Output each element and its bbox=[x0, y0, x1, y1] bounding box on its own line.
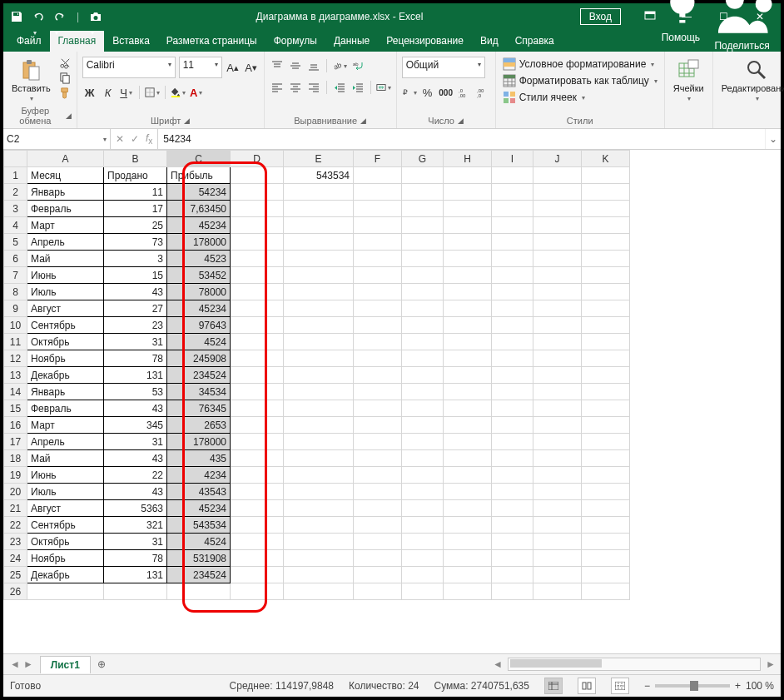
cell[interactable] bbox=[492, 317, 533, 334]
cell[interactable] bbox=[402, 317, 444, 334]
cell[interactable] bbox=[444, 417, 492, 434]
cell[interactable] bbox=[354, 234, 402, 251]
share-button[interactable]: Поделиться bbox=[714, 0, 772, 52]
cell[interactable] bbox=[444, 184, 492, 201]
cell[interactable]: Февраль bbox=[27, 201, 104, 217]
row-header[interactable]: 17 bbox=[4, 434, 27, 450]
copy-button[interactable] bbox=[59, 72, 72, 84]
row-header[interactable]: 6 bbox=[4, 251, 27, 267]
save-icon[interactable] bbox=[10, 10, 23, 23]
decrease-decimal-icon[interactable]: ,00,0 bbox=[475, 85, 490, 100]
cell[interactable] bbox=[582, 417, 630, 434]
align-center-icon[interactable] bbox=[288, 80, 303, 95]
cell[interactable]: 4524 bbox=[167, 534, 231, 550]
cell[interactable]: 15 bbox=[104, 267, 167, 284]
cell[interactable] bbox=[582, 500, 630, 517]
editing-button[interactable]: Редактирование▾ bbox=[718, 57, 784, 104]
cell[interactable]: 7,63450 bbox=[167, 201, 231, 217]
cell[interactable] bbox=[444, 583, 492, 600]
row-header[interactable]: 21 bbox=[4, 500, 27, 517]
cell[interactable] bbox=[354, 583, 402, 600]
align-top-icon[interactable] bbox=[270, 58, 285, 73]
cell[interactable]: 531908 bbox=[167, 550, 231, 567]
cell[interactable] bbox=[582, 517, 630, 534]
cell[interactable] bbox=[582, 467, 630, 484]
cell[interactable] bbox=[231, 583, 284, 600]
cell[interactable] bbox=[444, 317, 492, 334]
cell[interactable] bbox=[492, 284, 533, 300]
cell[interactable]: 178000 bbox=[167, 234, 231, 251]
cell-styles-button[interactable]: Стили ячеек▾ bbox=[501, 90, 659, 105]
row-header[interactable]: 4 bbox=[4, 217, 27, 234]
cell[interactable] bbox=[444, 384, 492, 400]
cell[interactable] bbox=[402, 284, 444, 300]
cell[interactable]: 435 bbox=[167, 450, 231, 467]
cell[interactable] bbox=[444, 567, 492, 583]
row-header[interactable]: 14 bbox=[4, 384, 27, 400]
cell[interactable] bbox=[492, 334, 533, 350]
cell[interactable] bbox=[354, 567, 402, 583]
cell[interactable] bbox=[533, 334, 582, 350]
cell[interactable] bbox=[492, 434, 533, 450]
cell[interactable]: Октябрь bbox=[27, 534, 104, 550]
cell[interactable] bbox=[492, 251, 533, 267]
col-header-J[interactable]: J bbox=[533, 151, 582, 167]
row-header[interactable]: 2 bbox=[4, 184, 27, 201]
cell[interactable] bbox=[533, 467, 582, 484]
col-header-G[interactable]: G bbox=[402, 151, 444, 167]
zoom-value[interactable]: 100 % bbox=[746, 680, 774, 692]
cell[interactable] bbox=[582, 534, 630, 550]
cell[interactable] bbox=[231, 534, 284, 550]
cell[interactable] bbox=[444, 251, 492, 267]
row-header[interactable]: 13 bbox=[4, 367, 27, 384]
cell[interactable]: 245908 bbox=[167, 350, 231, 367]
cell[interactable] bbox=[354, 384, 402, 400]
cell[interactable]: Март bbox=[27, 217, 104, 234]
cell[interactable] bbox=[231, 201, 284, 217]
font-name-select[interactable]: Calibri▾ bbox=[82, 57, 176, 78]
cell[interactable] bbox=[104, 583, 167, 600]
hscroll-left[interactable]: ◄ bbox=[493, 658, 503, 670]
cell[interactable] bbox=[492, 167, 533, 184]
row-header[interactable]: 22 bbox=[4, 517, 27, 534]
paste-button[interactable]: Вставить▾ bbox=[8, 57, 54, 104]
cell[interactable] bbox=[354, 400, 402, 417]
cell[interactable] bbox=[533, 500, 582, 517]
cell[interactable] bbox=[533, 517, 582, 534]
cut-button[interactable] bbox=[59, 57, 72, 69]
cell[interactable] bbox=[402, 567, 444, 583]
cell[interactable]: 78000 bbox=[167, 284, 231, 300]
cell[interactable] bbox=[533, 534, 582, 550]
row-header[interactable]: 3 bbox=[4, 201, 27, 217]
cancel-formula-icon[interactable]: ✕ bbox=[116, 133, 124, 145]
sheet-tab[interactable]: Лист1 bbox=[40, 656, 91, 673]
name-box[interactable]: C2▾ bbox=[3, 129, 111, 149]
conditional-formatting-button[interactable]: Условное форматирование▾ bbox=[501, 57, 659, 72]
enter-formula-icon[interactable]: ✓ bbox=[131, 133, 139, 145]
border-button[interactable]: ▾ bbox=[145, 85, 160, 100]
cell[interactable]: 43 bbox=[104, 450, 167, 467]
cell[interactable] bbox=[582, 484, 630, 500]
cell[interactable] bbox=[533, 567, 582, 583]
cell[interactable] bbox=[582, 267, 630, 284]
cell[interactable]: 5363 bbox=[104, 500, 167, 517]
tell-me[interactable]: Помощь bbox=[662, 0, 703, 43]
cell[interactable] bbox=[444, 300, 492, 317]
cell[interactable] bbox=[231, 384, 284, 400]
cell[interactable] bbox=[444, 400, 492, 417]
tab-view[interactable]: Вид bbox=[472, 31, 507, 52]
cell[interactable]: Октябрь bbox=[27, 334, 104, 350]
view-page-break-icon[interactable] bbox=[611, 678, 629, 694]
row-header[interactable]: 25 bbox=[4, 567, 27, 583]
cell[interactable] bbox=[231, 567, 284, 583]
orientation-icon[interactable]: ab▾ bbox=[332, 58, 347, 73]
cell[interactable] bbox=[533, 201, 582, 217]
cell[interactable] bbox=[533, 417, 582, 434]
format-painter-button[interactable] bbox=[59, 87, 72, 99]
cell[interactable] bbox=[231, 267, 284, 284]
tab-insert[interactable]: Вставка bbox=[104, 31, 158, 52]
cell[interactable] bbox=[354, 184, 402, 201]
cell[interactable]: Сентябрь bbox=[27, 317, 104, 334]
formula-bar[interactable]: 54234 bbox=[158, 129, 765, 149]
view-page-layout-icon[interactable] bbox=[578, 678, 596, 694]
